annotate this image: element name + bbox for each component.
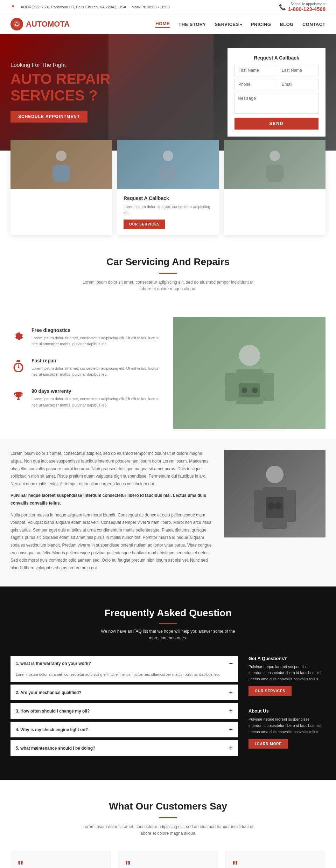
trophy-icon [10,388,26,404]
svg-rect-5 [66,166,70,179]
svg-rect-4 [52,166,57,179]
nav-pricing[interactable]: PRICING [251,22,271,27]
svg-rect-14 [16,360,20,362]
nav-blog[interactable]: BLOG [280,22,294,27]
faq-sidebar: Got A Questions? Pulvinar neque laoreet … [248,656,326,759]
faq-toggle-2: + [229,689,233,696]
faq-learn-more-button[interactable]: LEARN MORE [248,739,288,749]
text-para1: Lorem ipsum dolor sit amet, consectetur … [10,450,214,488]
svg-point-20 [241,388,247,393]
servicing-title: Car Servicing And Repairs [10,256,326,268]
svg-rect-18 [264,373,274,401]
faq-list: 1. what is the warranty on your work? − … [10,656,238,759]
faq-question-4-text: 4. Why is my check engine light on? [16,727,88,732]
testimonial-3: " Pulvinar neque laoreet suspendisse int… [225,851,326,868]
faq-question-1[interactable]: 1. what is the warranty on your work? − [10,656,238,672]
faq-toggle-4: + [229,726,233,733]
svg-point-6 [163,151,173,161]
svg-point-2 [56,151,66,161]
svg-rect-13 [279,166,284,179]
logo-text: AUTOMOTA [26,20,70,29]
faq-question-3[interactable]: 3. How often should I change my oil? + [10,703,238,719]
features-list: Free diagnostics Lorem ipsum dolor sit a… [10,327,163,419]
message-input[interactable] [234,93,318,114]
nav-services[interactable]: SERVICES [215,22,242,27]
testimonials-title: What Our Customers Say [10,801,326,812]
testimonial-1: " Lorem ipsum dolor sit amet, consectetu… [10,851,111,868]
faq-our-services-button[interactable]: OUR SERVICES [248,686,292,696]
header: AUTOMOTA HOME THE STORY SERVICES PRICING… [0,14,336,34]
hero-section: Looking For The Right AUTO REPAIR SERVIC… [0,34,336,151]
faq-section: Frequently Asked Question We now have an… [0,586,336,780]
faq-toggle-3: + [229,707,233,715]
mechanic-working-image [173,317,326,429]
text-left: Lorem ipsum dolor sit amet, consectetur … [10,450,214,576]
send-button[interactable]: SEND [234,118,318,130]
schedule-appointment-button[interactable]: SCHEDULE APPOINTMENT [10,111,88,123]
mechanic-engine-image [224,450,326,537]
faq-about-text: Pulvinar neque laoreet suspendisse inter… [248,716,326,735]
faq-item-4: 4. Why is my check engine light on? + Lo… [10,722,238,737]
faq-sidebar-divider [248,703,326,703]
card-image-3 [224,140,326,189]
section-divider [159,273,177,274]
cards-section: Request A Callback Lorem ipsum dolor sit… [0,140,336,235]
faq-question-5[interactable]: 5. what maintenance should I be doing? + [10,740,238,756]
card-image-1 [10,140,112,189]
gear-icon [10,327,26,343]
faq-content: 1. what is the warranty on your work? − … [10,656,326,759]
feature-warranty-title: 90 days warrenty [31,388,163,394]
logo: AUTOMOTA [10,18,70,30]
feature-diagnostics-title: Free diagnostics [31,327,163,333]
name-row [234,65,318,76]
top-bar-address: ADDRESS: 7501 Parkwood CT, Falls Church,… [21,5,126,9]
card-callback-title: Request A Callback [124,195,212,201]
faq-got-questions: Got A Questions? Pulvinar neque laoreet … [248,656,326,696]
faq-question-2[interactable]: 2. Are your mechanics qualified? + [10,685,238,700]
feature-diagnostics-text: Free diagnostics Lorem ipsum dolor sit a… [31,327,163,347]
faq-item-5: 5. what maintenance should I be doing? +… [10,740,238,756]
testimonials-section: What Our Customers Say Lorem ipsum dolor… [0,780,336,868]
nav-story[interactable]: THE STORY [178,22,206,27]
testimonial-2: " Lorem ipsum dolor sit amet, consectetu… [118,851,218,868]
svg-rect-17 [225,373,236,401]
feature-warranty: 90 days warrenty Lorem ipsum dolor sit a… [10,388,163,408]
feature-fast-repair: Fast repair Lorem ipsum dolor sit amet, … [10,358,163,378]
first-name-input[interactable] [234,65,275,76]
nav-home[interactable]: HOME [155,21,170,28]
our-services-button[interactable]: OUR SERVICES [124,220,165,229]
card-callback-text: Lorem ipsum dolor sit amet, consectetur … [124,204,212,215]
features-section: Free diagnostics Lorem ipsum dolor sit a… [0,306,336,439]
faq-question-4[interactable]: 4. Why is my check engine light on? + [10,722,238,737]
text-para2-bold: Pulvinar neque laoreet suspendisse inter… [10,493,206,506]
clock-icon [10,358,26,374]
top-bar-left: 📍 ADDRESS: 7501 Parkwood CT, Falls Churc… [10,5,170,9]
testimonials-divider [159,817,177,818]
top-bar-right: 📞 Schedule Appointment 1-800-123-4568 [279,2,326,12]
card-mechanic-1 [10,140,112,235]
faq-toggle-1: − [229,660,233,667]
contact-row [234,79,318,90]
faq-title: Frequently Asked Question [10,607,326,619]
feature-warranty-text: 90 days warrenty Lorem ipsum dolor sit a… [31,388,163,408]
testimonials-subtitle: Lorem ipsum dolor sit amet, consectetur … [80,824,255,837]
nav-contact[interactable]: CONTACT [302,22,326,27]
svg-point-28 [275,502,282,509]
svg-rect-12 [266,166,270,179]
last-name-input[interactable] [278,65,318,76]
faq-about-title: About Us [248,708,326,714]
got-questions-title: Got A Questions? [248,656,326,661]
text-right [224,450,326,576]
faq-question-2-text: 2. Are your mechanics qualified? [16,690,82,695]
faq-about: About Us Pulvinar neque laoreet suspendi… [248,708,326,749]
top-bar: 📍 ADDRESS: 7501 Parkwood CT, Falls Churc… [0,0,336,14]
top-bar-hours: Mon-Fri: 08:00 - 18:00 [132,5,170,9]
text-section: Lorem ipsum dolor sit amet, consectetur … [0,439,336,586]
email-input[interactable] [278,79,318,90]
svg-point-21 [252,388,258,393]
got-questions-text: Pulvinar neque laoreet suspendisse inter… [248,664,326,682]
features-image [173,317,326,429]
faq-question-1-text: 1. what is the warranty on your work? [16,661,91,666]
phone-input[interactable] [234,79,275,90]
feature-repair-title: Fast repair [31,358,163,363]
